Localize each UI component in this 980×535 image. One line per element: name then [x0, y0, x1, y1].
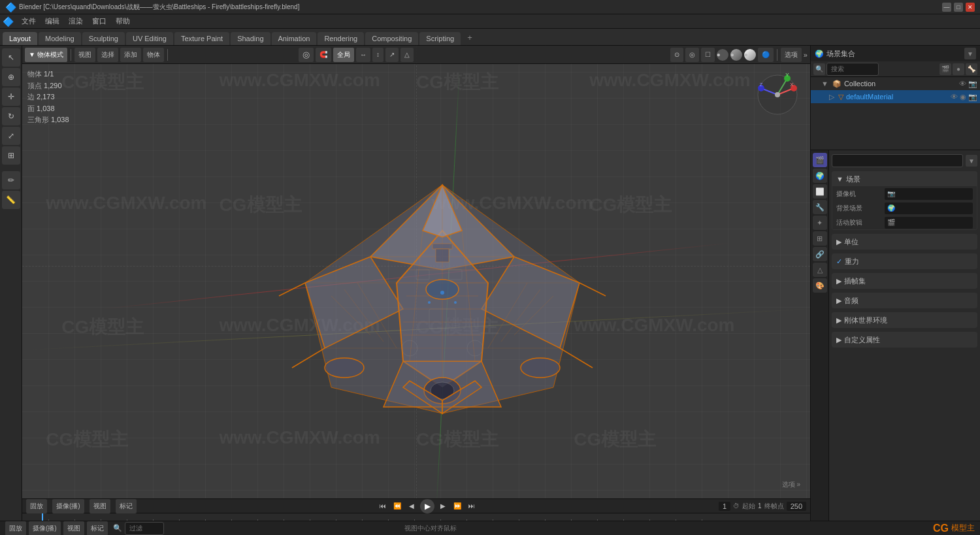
filter-scene-icon[interactable]: 🎬: [939, 63, 951, 75]
units-section-header[interactable]: ▶ 单位: [832, 235, 977, 249]
prop-tab-constraints[interactable]: 🔗: [813, 247, 827, 261]
snap-toggle-btn[interactable]: 🧲: [316, 48, 331, 62]
tool-scale[interactable]: ⤢: [2, 127, 20, 145]
collection-render-icon[interactable]: 📷: [968, 80, 977, 88]
outliner-search-icon[interactable]: 🔍: [813, 63, 825, 75]
shading-mat-btn[interactable]: ●: [730, 49, 742, 61]
tool-annotate[interactable]: ✏: [2, 171, 20, 189]
tool-rotate[interactable]: ↻: [2, 107, 20, 125]
menu-window[interactable]: 窗口: [88, 15, 110, 27]
status-filter-input[interactable]: [125, 522, 164, 535]
xray-btn[interactable]: ☐: [701, 48, 715, 62]
prop-tab-physics[interactable]: ⊞: [813, 231, 827, 246]
n-panel-btn[interactable]: 选项: [781, 48, 802, 62]
menu-help[interactable]: 帮助: [112, 15, 134, 27]
tab-texture-paint[interactable]: Texture Paint: [174, 32, 229, 45]
title-bar: 🔷 Blender [C:\Users\quand\Downloads\战舰——…: [0, 0, 980, 14]
object-select-icon[interactable]: ◉: [960, 93, 966, 101]
mode-select-button[interactable]: ▼ 物体模式: [25, 48, 67, 62]
tab-scripting[interactable]: Scripting: [419, 32, 461, 45]
prop-tab-scene[interactable]: 🎬: [813, 153, 827, 167]
tab-shading[interactable]: Shading: [231, 32, 270, 45]
prev-keyframe-btn[interactable]: ⏪: [391, 500, 403, 512]
filter-armature-icon[interactable]: 🦴: [966, 63, 977, 75]
shading-eevee-btn[interactable]: 🔵: [758, 48, 774, 62]
prop-tab-particles[interactable]: ✦: [813, 216, 827, 230]
object-eye-icon[interactable]: 👁: [951, 93, 958, 101]
timeline-view-btn[interactable]: 视图: [90, 499, 110, 513]
gizmo-z-btn[interactable]: ↗: [385, 48, 399, 62]
timeline-camera-btn[interactable]: 摄像(播): [52, 499, 84, 513]
outliner-filter-btn[interactable]: ▼: [964, 48, 976, 59]
status-mode-btn[interactable]: 固放: [5, 521, 26, 536]
proportional-edit-btn[interactable]: ◎: [299, 48, 314, 62]
add-workspace-button[interactable]: +: [462, 30, 478, 45]
last-frame-btn[interactable]: ⏭: [466, 500, 478, 512]
tab-animation[interactable]: Animation: [272, 32, 317, 45]
tool-transform[interactable]: ⊞: [2, 146, 20, 165]
transform-pivot-btn[interactable]: △: [400, 48, 414, 62]
prop-tab-object[interactable]: ⬜: [813, 184, 827, 199]
prop-tab-data[interactable]: △: [813, 263, 827, 277]
timeline-marker-btn[interactable]: 标记: [116, 499, 137, 513]
add-menu-button[interactable]: 添加: [120, 48, 141, 62]
gizmo-y-btn[interactable]: ↕: [372, 48, 384, 62]
collection-eye-icon[interactable]: 👁: [959, 80, 966, 88]
filter-obj-icon[interactable]: ●: [953, 63, 964, 75]
prop-tab-modifier[interactable]: 🔧: [813, 200, 827, 214]
prop-tab-material[interactable]: 🎨: [813, 278, 827, 293]
global-local-btn[interactable]: 全局: [333, 48, 354, 62]
view-menu-button[interactable]: 视图: [74, 48, 95, 62]
tool-measure[interactable]: 📏: [2, 191, 20, 209]
tab-sculpting[interactable]: Sculpting: [82, 32, 125, 45]
props-search-input[interactable]: [832, 154, 963, 167]
tool-move[interactable]: ✛: [2, 88, 20, 106]
prop-tab-world[interactable]: 🌍: [813, 169, 827, 183]
status-camera-btn[interactable]: 摄像(播): [29, 521, 61, 536]
menu-edit[interactable]: 编辑: [41, 15, 63, 27]
keying-sets-header[interactable]: ▶ 插帧集: [832, 274, 977, 288]
minimize-button[interactable]: —: [942, 3, 951, 12]
tab-uv-editing[interactable]: UV Editing: [126, 32, 173, 45]
camera-value[interactable]: 📷: [885, 188, 973, 200]
select-menu-button[interactable]: 选择: [97, 48, 118, 62]
gizmo-x-btn[interactable]: ↔: [356, 48, 370, 62]
menu-render[interactable]: 渲染: [65, 15, 87, 27]
tool-select[interactable]: ↖: [2, 48, 20, 67]
maximize-button[interactable]: □: [954, 3, 963, 12]
props-filter-icon[interactable]: ▼: [966, 155, 977, 167]
shading-solid-btn[interactable]: ●: [717, 49, 728, 61]
first-frame-btn[interactable]: ⏮: [377, 500, 389, 512]
gravity-section-header[interactable]: ✓ 重力: [832, 254, 977, 268]
next-frame-btn[interactable]: ▶: [437, 500, 449, 512]
next-keyframe-btn[interactable]: ⏩: [451, 500, 463, 512]
object-render-icon[interactable]: 📷: [968, 93, 977, 101]
tab-modeling[interactable]: Modeling: [39, 32, 81, 45]
outliner-object[interactable]: ▷ ▽ defaultMaterial 👁 ◉ 📷: [811, 90, 980, 103]
active-clip-value[interactable]: 🎬: [885, 217, 973, 229]
overlays-btn[interactable]: ◎: [685, 48, 699, 62]
play-btn[interactable]: ▶: [420, 499, 434, 513]
audio-section-header[interactable]: ▶ 音频: [832, 293, 977, 308]
object-menu-button[interactable]: 物体: [143, 48, 164, 62]
gravity-checkbox[interactable]: ✓: [836, 257, 842, 266]
close-button[interactable]: ✕: [966, 3, 975, 12]
menu-file[interactable]: 文件: [18, 15, 40, 27]
scene-section-header[interactable]: ▼ 场景: [832, 172, 977, 186]
outliner-search-input[interactable]: [826, 63, 879, 76]
timeline-mode-btn[interactable]: 固放: [26, 499, 47, 513]
outliner-collection[interactable]: ▼ 📦 Collection 👁 📷: [811, 77, 980, 90]
prev-frame-btn[interactable]: ◀: [406, 500, 417, 512]
custom-props-header[interactable]: ▶ 自定义属性: [832, 332, 977, 347]
shading-render-btn[interactable]: ●: [744, 49, 756, 61]
background-value[interactable]: 🌍: [885, 203, 973, 214]
rigid-body-header[interactable]: ▶ 刚体世界环境: [832, 313, 977, 327]
status-view-btn[interactable]: 视图: [63, 521, 84, 536]
status-marker-btn[interactable]: 标记: [87, 521, 108, 536]
tab-compositing[interactable]: Compositing: [365, 32, 418, 45]
tool-cursor[interactable]: ⊕: [2, 68, 20, 86]
nav-gizmo[interactable]: X Y Z: [751, 69, 804, 122]
tab-rendering[interactable]: Rendering: [318, 32, 364, 45]
tab-layout[interactable]: Layout: [3, 32, 37, 45]
gizmos-btn[interactable]: ⊙: [670, 48, 683, 62]
